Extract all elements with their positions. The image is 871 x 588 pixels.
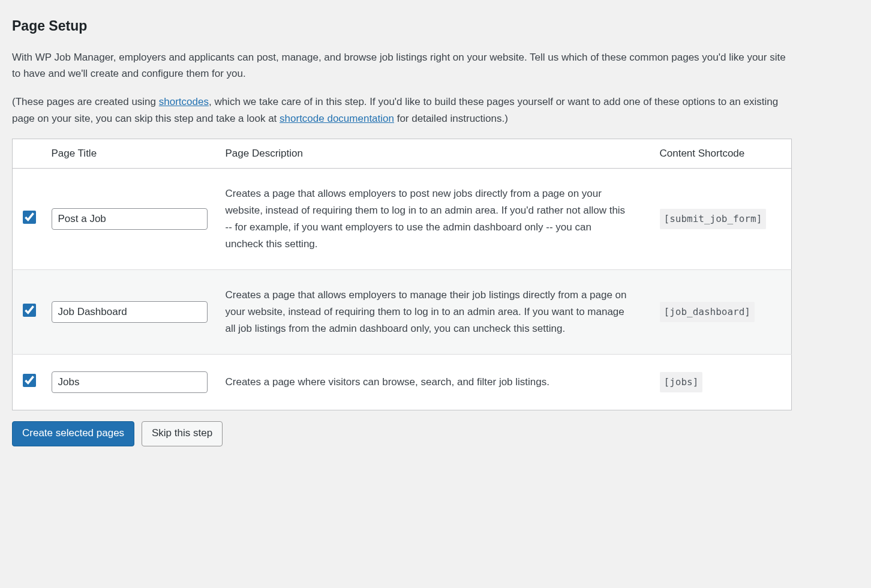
shortcode-documentation-link[interactable]: shortcode documentation [280,113,394,124]
shortcode-code: [job_dashboard] [660,302,755,322]
shortcodes-link[interactable]: shortcodes [159,96,209,107]
shortcode-code: [submit_job_form] [660,209,767,229]
page-heading: Page Setup [12,18,792,34]
shortcode-code: [jobs] [660,372,703,392]
column-header-content-shortcode: Content Shortcode [654,139,792,168]
page-title-input[interactable] [52,301,208,323]
table-row: Creates a page that allows employers to … [13,168,792,269]
enable-page-checkbox[interactable] [23,374,36,387]
page-title-input[interactable] [52,208,208,230]
page-title-input[interactable] [52,371,208,393]
paragraph-text: for detailed instructions.) [394,113,508,124]
create-selected-pages-button[interactable]: Create selected pages [12,421,134,446]
intro-paragraph: With WP Job Manager, employers and appli… [12,49,792,82]
page-setup-table: Page Title Page Description Content Shor… [12,139,792,410]
page-description-text: Creates a page that allows employers to … [226,289,627,334]
enable-page-checkbox[interactable] [23,304,36,317]
table-row: Creates a page that allows employers to … [13,269,792,354]
page-description-text: Creates a page that allows employers to … [226,188,626,250]
column-header-page-title: Page Title [46,139,220,168]
column-header-checkbox [13,139,46,168]
page-description-text: Creates a page where visitors can browse… [226,376,549,388]
paragraph-text: (These pages are created using [12,96,159,107]
column-header-page-description: Page Description [220,139,654,168]
enable-page-checkbox[interactable] [23,211,36,224]
form-actions: Create selected pages Skip this step [12,421,792,446]
skip-this-step-button[interactable]: Skip this step [142,421,223,446]
table-row: Creates a page where visitors can browse… [13,355,792,410]
shortcode-note-paragraph: (These pages are created using shortcode… [12,94,792,126]
